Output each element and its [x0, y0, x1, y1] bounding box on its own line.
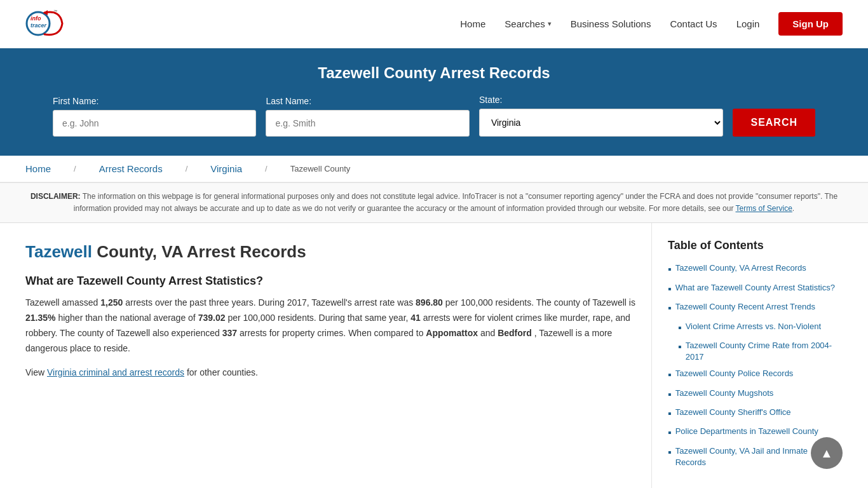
main-content: Tazewell County, VA Arrest Records What … [0, 223, 868, 488]
searches-chevron-icon: ▾ [548, 20, 552, 28]
breadcrumb-tazewell: Tazewell County [290, 164, 351, 173]
search-button[interactable]: SEARCH [733, 109, 815, 137]
statistics-paragraph: Tazewell amassed 1,250 arrests over the … [25, 295, 639, 356]
toc-link-3[interactable]: Tazewell County Recent Arrest Trends [675, 301, 815, 313]
breadcrumb: Home / Arrest Records / Virginia / Tazew… [0, 156, 868, 182]
svg-text:tracer: tracer [31, 22, 47, 29]
para1-stat3: 21.35% [25, 313, 55, 323]
para1-bold8: Bedford [498, 328, 532, 338]
site-header: info tracer ™ Home Searches ▾ Business S… [0, 0, 868, 48]
nav-contact-us[interactable]: Contact Us [670, 18, 717, 29]
last-name-input[interactable] [266, 110, 469, 137]
bullet-icon: ▪ [668, 388, 672, 402]
list-item: ▪ What are Tazewell County Arrest Statis… [668, 282, 839, 296]
list-item: ▪ Violent Crime Arrests vs. Non-Violent [678, 321, 839, 335]
para1-stat1: 1,250 [100, 297, 123, 308]
para1-stat6: 337 [222, 328, 237, 338]
bullet-icon: ▪ [668, 282, 672, 296]
view-link-after: for other counties. [184, 367, 258, 377]
article-content: Tazewell County, VA Arrest Records What … [19, 223, 652, 488]
search-banner: Tazewell County Arrest Records First Nam… [0, 48, 868, 156]
logo-icon: info tracer ™ [25, 6, 67, 41]
title-rest: County, VA Arrest Records [92, 242, 306, 261]
view-link-paragraph: View Virginia criminal and arrest record… [25, 365, 639, 381]
nav-searches[interactable]: Searches ▾ [505, 18, 551, 29]
para1-stat4: 739.02 [198, 313, 226, 323]
toc-link-4[interactable]: Violent Crime Arrests vs. Non-Violent [686, 321, 821, 332]
para1-text7: arrests for property crimes. When compar… [240, 328, 423, 338]
breadcrumb-arrest-records[interactable]: Arrest Records [99, 163, 163, 174]
logo[interactable]: info tracer ™ [25, 6, 67, 41]
state-label: State: [479, 95, 724, 105]
first-name-group: First Name: [53, 96, 256, 137]
title-highlight: Tazewell [25, 242, 92, 261]
chevron-up-icon: ▲ [820, 446, 833, 461]
section1-title: What are Tazewell County Arrest Statisti… [25, 274, 639, 288]
bullet-icon: ▪ [678, 321, 682, 335]
list-item: ▪ Police Departments in Tazewell County [668, 426, 839, 440]
search-form: First Name: Last Name: State: Virginia A… [53, 95, 815, 137]
toc-list: ▪ Tazewell County, VA Arrest Records ▪ W… [668, 262, 839, 468]
disclaimer-text: The information on this webpage is for g… [74, 192, 837, 213]
svg-text:™: ™ [53, 10, 57, 13]
list-item: ▪ Tazewell County Sheriff's Office [668, 407, 839, 421]
disclaimer-label: DISCLAIMER: [31, 192, 81, 201]
toc-title: Table of Contents [668, 239, 839, 252]
back-to-top-button[interactable]: ▲ [811, 437, 843, 469]
bullet-icon: ▪ [668, 368, 672, 382]
para1-text3: per 100,000 residents. The county of Taz… [445, 297, 635, 308]
list-item: ▪ Tazewell County Mugshots [668, 388, 839, 402]
article-main-title: Tazewell County, VA Arrest Records [25, 242, 639, 262]
para1-text1: Tazewell amassed [25, 297, 98, 308]
first-name-input[interactable] [53, 110, 256, 137]
last-name-group: Last Name: [266, 96, 469, 137]
list-item: ▪ Tazewell County Police Records [668, 368, 839, 382]
breadcrumb-sep-3: / [265, 164, 268, 173]
toc-link-7[interactable]: Tazewell County Mugshots [675, 388, 774, 399]
nav-home[interactable]: Home [460, 18, 485, 29]
nav-business-solutions[interactable]: Business Solutions [571, 18, 651, 29]
first-name-label: First Name: [53, 96, 256, 106]
breadcrumb-home[interactable]: Home [25, 163, 51, 174]
bullet-icon: ▪ [668, 445, 672, 459]
state-group: State: Virginia Alabama Alaska Arizona A… [479, 95, 724, 137]
bullet-icon: ▪ [668, 407, 672, 421]
banner-title: Tazewell County Arrest Records [25, 64, 843, 82]
list-item: ▪ Tazewell County, VA Arrest Records [668, 262, 839, 276]
login-button[interactable]: Login [736, 18, 760, 29]
last-name-label: Last Name: [266, 96, 469, 106]
toc-link-1[interactable]: Tazewell County, VA Arrest Records [675, 262, 806, 274]
para1-text4: higher than the national average of [58, 313, 195, 323]
toc-link-2[interactable]: What are Tazewell County Arrest Statisti… [675, 282, 835, 294]
para1-text2: arrests over the past three years. Durin… [125, 297, 413, 308]
para1-stat5: 41 [410, 313, 421, 323]
disclaimer-period: . [792, 204, 794, 213]
breadcrumb-virginia[interactable]: Virginia [210, 163, 242, 174]
toc-link-6[interactable]: Tazewell County Police Records [675, 368, 794, 379]
toc-link-8[interactable]: Tazewell County Sheriff's Office [675, 407, 791, 418]
bullet-icon: ▪ [668, 426, 672, 440]
para1-text5: per 100,000 residents. During that same … [227, 313, 408, 323]
breadcrumb-sep-1: / [74, 164, 76, 173]
toc-link-9[interactable]: Police Departments in Tazewell County [675, 426, 818, 437]
main-nav: Home Searches ▾ Business Solutions Conta… [460, 12, 843, 36]
disclaimer-bar: DISCLAIMER: The information on this webp… [0, 182, 868, 223]
para1-text8: and [480, 328, 495, 338]
signup-button[interactable]: Sign Up [778, 12, 843, 36]
view-link-pre: View [25, 367, 47, 377]
svg-text:info: info [31, 15, 41, 22]
bullet-icon: ▪ [668, 262, 672, 276]
disclaimer-tos-link[interactable]: Terms of Service [736, 204, 792, 213]
bullet-icon: ▪ [678, 340, 682, 354]
state-select[interactable]: Virginia Alabama Alaska Arizona Arkansas… [479, 109, 724, 137]
breadcrumb-sep-2: / [186, 164, 188, 173]
para1-bold7: Appomattox [426, 328, 478, 338]
toc-link-5[interactable]: Tazewell County Crime Rate from 2004-201… [686, 340, 839, 363]
list-item: ▪ Tazewell County Recent Arrest Trends [668, 301, 839, 315]
list-item: ▪ Tazewell County Crime Rate from 2004-2… [678, 340, 839, 363]
bullet-icon: ▪ [668, 301, 672, 315]
para1-stat2: 896.80 [416, 297, 443, 308]
virginia-records-link[interactable]: Virginia criminal and arrest records [47, 367, 184, 377]
